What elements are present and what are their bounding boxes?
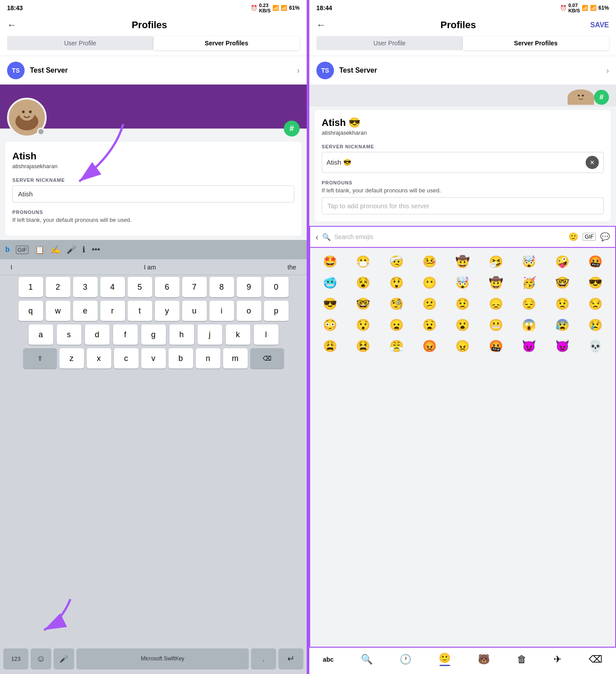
autocomplete-2[interactable]: I am (144, 264, 156, 271)
key-3[interactable]: 3 (73, 277, 98, 297)
emoji-1[interactable]: 🤩 (314, 251, 346, 272)
emoji-gif-label[interactable]: GIF (583, 233, 596, 241)
emoji-30[interactable]: 😦 (380, 315, 412, 335)
key-i[interactable]: i (209, 301, 234, 321)
key-enter[interactable]: ↵ (279, 648, 303, 669)
emoji-40[interactable]: 😡 (413, 336, 445, 356)
emoji-42[interactable]: 🤬 (480, 336, 512, 356)
bing-icon[interactable]: b (5, 246, 10, 254)
emoji-16[interactable]: 🥳 (513, 273, 545, 293)
nav-search[interactable]: 🔍 (361, 654, 373, 665)
emoji-45[interactable]: 💀 (579, 336, 612, 356)
emoji-18[interactable]: 😎 (579, 273, 612, 293)
emoji-36[interactable]: 😢 (579, 315, 612, 335)
emoji-6[interactable]: 🤧 (480, 251, 512, 272)
key-t[interactable]: t (128, 301, 152, 321)
key-k[interactable]: k (226, 324, 250, 345)
emoji-43[interactable]: 😈 (513, 336, 545, 356)
key-num-toggle[interactable]: 123 (4, 648, 28, 669)
key-shift[interactable]: ⇧ (23, 348, 57, 368)
nav-emoji-active[interactable]: 🙂 (439, 652, 451, 666)
right-pronouns-input[interactable]: Tap to add pronouns for this server (322, 197, 604, 214)
emoji-15[interactable]: 🤠 (480, 273, 512, 293)
emoji-smiley-icon[interactable]: 🙂 (568, 232, 578, 242)
key-space[interactable]: Microsoft SwiftKey (77, 648, 249, 669)
key-h[interactable]: h (169, 324, 194, 345)
emoji-back-icon[interactable]: ‹ (315, 232, 319, 242)
right-server-row[interactable]: TS Test Server › (309, 56, 616, 85)
emoji-33[interactable]: 😬 (480, 315, 512, 335)
emoji-31[interactable]: 😧 (413, 315, 445, 335)
emoji-11[interactable]: 😵 (347, 273, 379, 293)
key-r[interactable]: r (100, 301, 125, 321)
key-2[interactable]: 2 (46, 277, 70, 297)
key-c[interactable]: c (114, 348, 139, 368)
nav-more[interactable]: ✈ (554, 654, 561, 665)
emoji-sticker-icon[interactable]: 💬 (600, 232, 610, 242)
key-q[interactable]: q (18, 301, 43, 321)
emoji-35[interactable]: 😰 (546, 315, 578, 335)
key-1[interactable]: 1 (18, 277, 43, 297)
autocomplete-3[interactable]: the (288, 264, 296, 271)
key-x[interactable]: x (87, 348, 111, 368)
key-d[interactable]: d (85, 324, 110, 345)
emoji-5[interactable]: 🤠 (447, 251, 479, 272)
key-w[interactable]: w (46, 301, 70, 321)
key-v[interactable]: v (141, 348, 166, 368)
key-5[interactable]: 5 (128, 277, 152, 297)
emoji-3[interactable]: 🤕 (380, 251, 412, 272)
key-a[interactable]: a (29, 324, 53, 345)
emoji-27[interactable]: 😒 (579, 294, 612, 314)
key-b[interactable]: b (169, 348, 193, 368)
emoji-search-input[interactable]: Search emojis (334, 233, 565, 240)
key-9[interactable]: 9 (237, 277, 261, 297)
tab-user-profile-right[interactable]: User Profile (316, 36, 463, 50)
emoji-20[interactable]: 🤓 (347, 294, 379, 314)
gif-icon[interactable]: GIF (16, 246, 29, 254)
key-u[interactable]: u (182, 301, 207, 321)
key-n[interactable]: n (196, 348, 220, 368)
right-nickname-input-row[interactable]: Atish 😎 ✕ (322, 152, 604, 173)
key-y[interactable]: y (155, 301, 180, 321)
key-g[interactable]: g (141, 324, 166, 345)
right-clear-button[interactable]: ✕ (586, 156, 599, 169)
emoji-32[interactable]: 😮 (447, 315, 479, 335)
key-7[interactable]: 7 (182, 277, 207, 297)
key-m[interactable]: m (223, 348, 248, 368)
left-server-row[interactable]: TS Test Server › (0, 56, 307, 85)
emoji-25[interactable]: 😔 (513, 294, 545, 314)
key-backspace[interactable]: ⌫ (250, 348, 284, 368)
key-6[interactable]: 6 (155, 277, 180, 297)
emoji-23[interactable]: 😟 (447, 294, 479, 314)
tab-server-profiles-right[interactable]: Server Profiles (463, 36, 609, 50)
emoji-39[interactable]: 😤 (380, 336, 412, 356)
more-icon[interactable]: ••• (92, 245, 100, 254)
autocomplete-1[interactable]: I (11, 264, 12, 271)
key-0[interactable]: 0 (264, 277, 289, 297)
mic-toolbar-icon[interactable]: 🎤 (66, 245, 76, 254)
key-e[interactable]: e (73, 301, 98, 321)
info-icon[interactable]: ℹ (82, 245, 85, 254)
key-s[interactable]: s (57, 324, 81, 345)
key-o[interactable]: o (237, 301, 261, 321)
emoji-41[interactable]: 😠 (447, 336, 479, 356)
emoji-34[interactable]: 😱 (513, 315, 545, 335)
emoji-9[interactable]: 🤬 (579, 251, 612, 272)
language-icon[interactable]: ✍ (51, 245, 60, 254)
key-comma[interactable]: , (251, 648, 276, 669)
nav-recent[interactable]: 🕐 (400, 654, 411, 665)
emoji-28[interactable]: 😳 (314, 315, 346, 335)
key-8[interactable]: 8 (209, 277, 234, 297)
emoji-7[interactable]: 🤯 (513, 251, 545, 272)
emoji-8[interactable]: 🤪 (546, 251, 578, 272)
key-j[interactable]: j (198, 324, 222, 345)
emoji-22[interactable]: 😕 (413, 294, 445, 314)
nav-abc[interactable]: abc (323, 656, 334, 663)
nav-backspace[interactable]: ⌫ (589, 654, 602, 665)
emoji-13[interactable]: 😶 (413, 273, 445, 293)
emoji-14[interactable]: 🤯 (447, 273, 479, 293)
right-save-button[interactable]: SAVE (590, 21, 609, 29)
emoji-12[interactable]: 😲 (380, 273, 412, 293)
emoji-29[interactable]: 😯 (347, 315, 379, 335)
key-z[interactable]: z (59, 348, 84, 368)
